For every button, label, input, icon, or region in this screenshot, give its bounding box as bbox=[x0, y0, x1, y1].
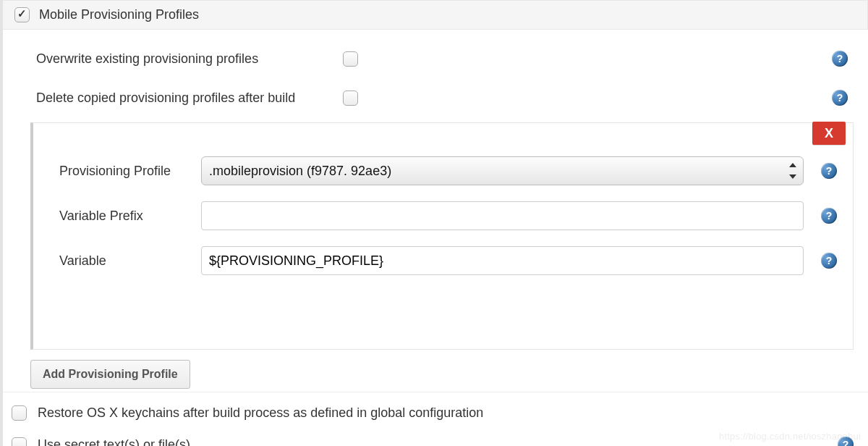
profile-select-row: Provisioning Profile .mobileprovision (f… bbox=[59, 156, 837, 185]
help-icon[interactable]: ? bbox=[821, 253, 837, 269]
add-provisioning-profile-button[interactable]: Add Provisioning Profile bbox=[30, 360, 190, 389]
restore-row: Restore OS X keychains after build proce… bbox=[9, 397, 854, 429]
restore-keychains-checkbox[interactable] bbox=[12, 405, 27, 421]
delete-after-label: Delete copied provisioning profiles afte… bbox=[36, 91, 340, 106]
help-icon[interactable]: ? bbox=[821, 208, 837, 224]
profile-label: Provisioning Profile bbox=[59, 164, 201, 179]
mobile-provisioning-checkbox[interactable] bbox=[14, 7, 30, 22]
overwrite-checkbox[interactable] bbox=[343, 51, 358, 67]
help-icon[interactable]: ? bbox=[832, 90, 848, 106]
variable-prefix-label: Variable Prefix bbox=[59, 209, 201, 224]
section-header: Mobile Provisioning Profiles bbox=[3, 0, 868, 30]
help-icon[interactable]: ? bbox=[832, 51, 848, 67]
provisioning-profile-select[interactable]: .mobileprovision (f9787. 92ae3) bbox=[201, 156, 804, 185]
restore-label: Restore OS X keychains after build proce… bbox=[38, 405, 819, 421]
variable-prefix-row: Variable Prefix ? bbox=[59, 201, 837, 230]
delete-after-checkbox[interactable] bbox=[343, 91, 358, 106]
use-secret-checkbox[interactable] bbox=[12, 437, 27, 447]
profile-panel: X Provisioning Profile .mobileprovision … bbox=[30, 122, 854, 350]
variable-prefix-input[interactable] bbox=[201, 201, 804, 230]
delete-after-row: Delete copied provisioning profiles afte… bbox=[36, 80, 854, 115]
watermark-text: https://blog.csdn.net/ioszhanghui bbox=[719, 431, 861, 442]
help-icon[interactable]: ? bbox=[821, 163, 837, 179]
overwrite-row: Overwrite existing provisioning profiles… bbox=[36, 41, 854, 76]
options-area: Overwrite existing provisioning profiles… bbox=[3, 30, 868, 115]
variable-input[interactable] bbox=[201, 246, 804, 275]
section-title: Mobile Provisioning Profiles bbox=[39, 7, 199, 22]
secret-label: Use secret text(s) or file(s) bbox=[38, 437, 819, 447]
profile-select-wrap: .mobileprovision (f9787. 92ae3) bbox=[201, 156, 804, 185]
page: Mobile Provisioning Profiles Overwrite e… bbox=[0, 0, 868, 446]
variable-row: Variable ? bbox=[59, 246, 837, 275]
overwrite-label: Overwrite existing provisioning profiles bbox=[36, 51, 340, 67]
variable-label: Variable bbox=[59, 253, 201, 269]
delete-profile-button[interactable]: X bbox=[812, 122, 846, 145]
